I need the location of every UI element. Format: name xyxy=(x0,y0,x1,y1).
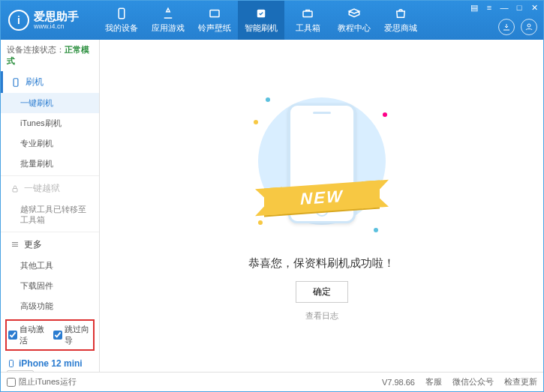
sidebar-item-batch-flash[interactable]: 批量刷机 xyxy=(1,154,99,174)
svg-rect-7 xyxy=(10,360,14,367)
nav-tutorials[interactable]: 教程中心 xyxy=(331,1,377,40)
menu-icon[interactable]: ▤ xyxy=(468,2,480,13)
logo-icon: i xyxy=(8,10,29,31)
nav-label: 爱思商城 xyxy=(384,22,417,34)
nav-ringtones[interactable]: 铃声壁纸 xyxy=(191,1,238,40)
conn-label: 设备连接状态： xyxy=(7,45,65,54)
svg-rect-5 xyxy=(14,78,18,86)
sidebar: 设备连接状态：正常模式 刷机 一键刷机 iTunes刷机 专业刷机 批量刷机 一… xyxy=(1,40,100,372)
service-link[interactable]: 客服 xyxy=(425,376,442,388)
nav-label: 工具箱 xyxy=(296,22,320,34)
success-illustration: NEW xyxy=(251,90,393,247)
check-update-link[interactable]: 检查更新 xyxy=(504,376,537,388)
version-label: V7.98.66 xyxy=(382,378,415,387)
sidebar-item-itunes-flash[interactable]: iTunes刷机 xyxy=(1,113,99,133)
svg-point-4 xyxy=(527,24,530,27)
flash-options-highlight: 自动激活 跳过向导 xyxy=(5,319,95,351)
connected-device[interactable]: iPhone 12 mini 64GB Down-12mini-13,1 xyxy=(1,354,99,372)
ok-button[interactable]: 确定 xyxy=(296,281,348,303)
success-message: 恭喜您，保资料刷机成功啦！ xyxy=(248,256,395,271)
sidebar-section-jailbreak[interactable]: 一键越狱 xyxy=(1,178,99,199)
bars-icon[interactable]: ≡ xyxy=(483,2,495,13)
lock-icon xyxy=(11,184,20,193)
download-icon[interactable] xyxy=(498,19,515,35)
wechat-link[interactable]: 微信公众号 xyxy=(452,376,494,388)
nav-store[interactable]: 爱思商城 xyxy=(377,1,424,40)
nav-my-device[interactable]: 我的设备 xyxy=(98,1,145,40)
svg-rect-0 xyxy=(119,8,125,19)
block-itunes-option[interactable]: 阻止iTunes运行 xyxy=(7,376,77,388)
auto-activate-checkbox[interactable] xyxy=(8,331,17,340)
block-itunes-label: 阻止iTunes运行 xyxy=(19,376,77,388)
nav-label: 智能刷机 xyxy=(245,22,278,34)
window-controls: ▤ ≡ — □ ✕ xyxy=(468,2,540,13)
nav-toolbox[interactable]: 工具箱 xyxy=(284,1,331,40)
section-label: 刷机 xyxy=(26,76,44,88)
nav-label: 铃声壁纸 xyxy=(198,22,231,34)
block-itunes-checkbox[interactable] xyxy=(7,378,16,387)
sidebar-section-flash[interactable]: 刷机 xyxy=(1,71,99,93)
sidebar-section-more[interactable]: 更多 xyxy=(1,234,99,256)
main-content: NEW 恭喜您，保资料刷机成功啦！ 确定 查看日志 xyxy=(100,40,543,372)
section-label: 一键越狱 xyxy=(24,182,60,195)
jailbreak-note: 越狱工具已转移至工具箱 xyxy=(1,199,99,230)
menu-icon xyxy=(11,240,20,249)
phone-icon xyxy=(11,77,21,88)
skip-guide-checkbox[interactable] xyxy=(53,331,62,340)
option-label: 跳过向导 xyxy=(65,324,92,346)
sidebar-item-advanced[interactable]: 高级功能 xyxy=(1,296,99,316)
section-label: 更多 xyxy=(24,238,42,251)
app-name: 爱思助手 xyxy=(34,10,79,23)
option-skip-guide[interactable]: 跳过向导 xyxy=(53,324,92,346)
option-auto-activate[interactable]: 自动激活 xyxy=(8,324,47,346)
close-icon[interactable]: ✕ xyxy=(528,2,540,13)
nav-label: 教程中心 xyxy=(338,22,371,34)
footer: 阻止iTunes运行 V7.98.66 客服 微信公众号 检查更新 xyxy=(1,372,543,391)
nav-label: 应用游戏 xyxy=(152,22,185,34)
nav-apps[interactable]: 应用游戏 xyxy=(145,1,191,40)
svg-rect-6 xyxy=(13,188,17,192)
user-icon[interactable] xyxy=(521,19,537,35)
titlebar: i 爱思助手 www.i4.cn 我的设备 应用游戏 铃声壁纸 智能刷机 工具箱… xyxy=(1,1,543,40)
svg-rect-1 xyxy=(210,10,219,17)
minimize-icon[interactable]: — xyxy=(498,2,510,13)
connection-status: 设备连接状态：正常模式 xyxy=(1,40,99,71)
svg-rect-3 xyxy=(303,11,312,17)
option-label: 自动激活 xyxy=(20,324,47,346)
nav-flash[interactable]: 智能刷机 xyxy=(238,1,284,40)
device-name: iPhone 12 mini xyxy=(7,358,93,369)
sidebar-item-oneclick-flash[interactable]: 一键刷机 xyxy=(1,93,99,113)
sidebar-item-download-firmware[interactable]: 下载固件 xyxy=(1,276,99,296)
nav-label: 我的设备 xyxy=(105,22,138,34)
phone-icon xyxy=(7,359,16,368)
maximize-icon[interactable]: □ xyxy=(513,2,525,13)
app-url: www.i4.cn xyxy=(34,22,79,30)
sidebar-item-pro-flash[interactable]: 专业刷机 xyxy=(1,133,99,154)
sidebar-item-other-tools[interactable]: 其他工具 xyxy=(1,256,99,276)
logo: i 爱思助手 www.i4.cn xyxy=(1,10,98,31)
view-log-link[interactable]: 查看日志 xyxy=(305,310,338,322)
